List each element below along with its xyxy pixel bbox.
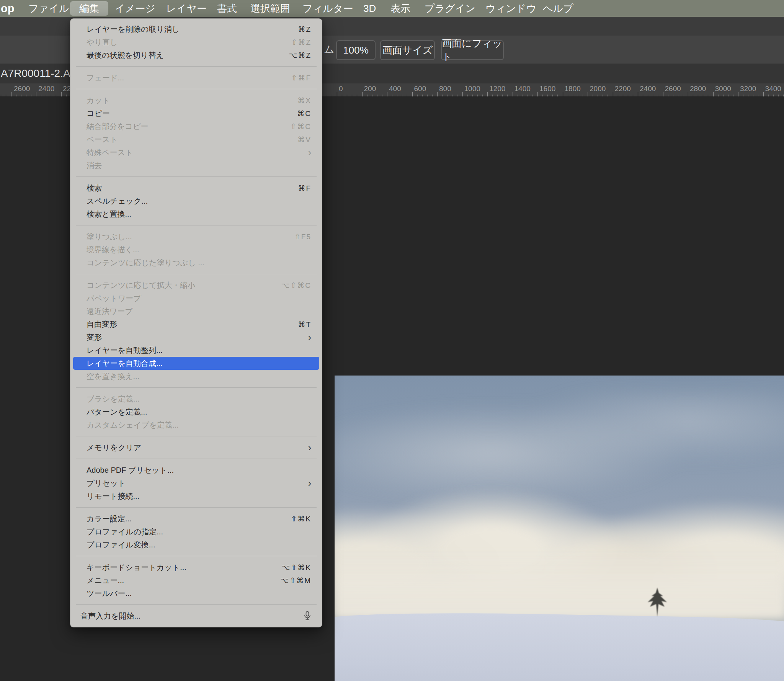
edit-menu-item-22: コンテンツに応じて拡大・縮小⌥⇧⌘C: [70, 279, 322, 292]
ruler-minor-tick: [26, 95, 26, 96]
ruler-minor-tick: [51, 95, 51, 96]
ruler-minor-tick: [593, 95, 593, 96]
edit-menu-item-41[interactable]: カラー設定...⇧⌘K: [70, 512, 322, 525]
ruler-minor-tick: [518, 95, 518, 96]
ruler-minor-tick: [678, 95, 678, 96]
ruler-minor-tick: [1, 95, 1, 96]
menu-item-label: レイヤーを自動合成...: [87, 358, 311, 369]
ruler-minor-tick: [668, 95, 668, 96]
menu-item-label: 検索: [87, 183, 298, 193]
menubar-item-12[interactable]: ヘルプ: [543, 0, 573, 17]
edit-menu-item-8[interactable]: コピー⌘C: [70, 107, 322, 120]
ruler-minor-tick: [31, 95, 31, 96]
menu-item-label: やり直し: [87, 37, 291, 47]
ruler-minor-tick: [407, 95, 407, 96]
menubar-item-11[interactable]: ウィンドウ: [485, 0, 536, 17]
menubar-item-3[interactable]: イメージ: [115, 0, 155, 17]
edit-menu-item-37[interactable]: Adobe PDF プリセット...: [70, 464, 322, 477]
edit-menu-item-14[interactable]: 検索⌘F: [70, 181, 322, 194]
edit-menu-item-26[interactable]: 変形›: [70, 331, 322, 344]
ruler-minor-tick: [768, 95, 769, 96]
edit-menu-item-43[interactable]: プロファイル変換...: [70, 538, 322, 551]
edit-menu-item-32[interactable]: パターンを定義...: [70, 405, 322, 418]
menubar-item-5[interactable]: 書式: [217, 0, 237, 17]
ruler-minor-tick: [523, 95, 523, 96]
menu-item-label: ペースト: [87, 134, 297, 145]
screen-size-button[interactable]: 画面サイズ: [380, 40, 435, 60]
menu-item-label: コピー: [87, 108, 297, 119]
menubar-item-9[interactable]: 表示: [390, 0, 410, 17]
ruler-minor-tick: [783, 95, 784, 96]
ruler-minor-tick: [392, 95, 392, 96]
menu-item-label: 消去: [87, 160, 311, 171]
menubar-item-6[interactable]: 選択範囲: [250, 0, 290, 17]
ruler-minor-tick: [432, 95, 433, 96]
document-tab[interactable]: A7R00011-2.AR: [1, 64, 78, 83]
menu-item-label: コンテンツに応じた塗りつぶし ...: [87, 258, 311, 268]
ruler-label: 2400: [38, 85, 54, 93]
menu-item-label: Adobe PDF プリセット...: [87, 465, 311, 475]
ruler-minor-tick: [578, 95, 578, 96]
edit-menu-item-42[interactable]: プロファイルの指定...: [70, 525, 322, 538]
app-name-partial: op: [1, 0, 14, 17]
ruler-minor-tick: [598, 95, 598, 96]
edit-menu-item-3[interactable]: 最後の状態を切り替え⌥⌘Z: [70, 49, 322, 62]
ruler-label: 800: [439, 85, 451, 93]
menubar-item-2-active[interactable]: 編集: [70, 1, 108, 16]
edit-menu-item-25[interactable]: 自由変形⌘T: [70, 318, 322, 331]
menu-item-label: 遠近法ワープ: [87, 306, 311, 317]
menu-separator: [76, 436, 317, 436]
edit-menu-item-16[interactable]: 検索と置換...: [70, 207, 322, 220]
menu-item-shortcut: ⌘V: [297, 135, 311, 144]
edit-menu-item-1[interactable]: レイヤーを削除の取り消し⌘Z: [70, 23, 322, 36]
ruler-minor-tick: [447, 95, 448, 96]
photo-snow-hill: [335, 610, 784, 681]
edit-menu-item-38[interactable]: プリセット›: [70, 477, 322, 490]
microphone-icon: [304, 611, 311, 621]
edit-menu-item-47[interactable]: ツールバー...: [70, 587, 322, 600]
ruler-minor-tick: [698, 95, 698, 96]
ruler-major-tick: [563, 92, 563, 96]
photo-snow-scene: [335, 376, 784, 681]
ruler-minor-tick: [658, 95, 658, 96]
menubar-item-4[interactable]: レイヤー: [166, 0, 207, 17]
menu-separator: [76, 176, 317, 177]
edit-menu-item-9: 結合部分をコピー⇧⌘C: [70, 120, 322, 133]
ruler-major-tick: [688, 92, 688, 96]
menubar-item-1[interactable]: ファイル: [28, 0, 69, 17]
ruler-minor-tick: [467, 95, 468, 96]
edit-menu-item-33: カスタムシェイプを定義...: [70, 418, 322, 431]
menu-separator: [76, 225, 317, 225]
zoom-percent-button[interactable]: 100%: [336, 40, 376, 60]
ruler-minor-tick: [367, 95, 368, 96]
ruler-minor-tick: [422, 95, 423, 96]
edit-menu-item-45[interactable]: キーボードショートカット...⌥⇧⌘K: [70, 561, 322, 574]
ruler-minor-tick: [743, 95, 743, 96]
edit-menu-item-27[interactable]: レイヤーを自動整列...: [70, 344, 322, 357]
menu-item-label: リモート接続...: [87, 491, 311, 501]
edit-menu-item-49[interactable]: 音声入力を開始...: [70, 609, 322, 622]
edit-menu-item-28-selected[interactable]: レイヤーを自動合成...: [73, 357, 319, 370]
menu-item-shortcut: ⇧⌘C: [290, 122, 311, 131]
edit-menu-item-46[interactable]: メニュー...⌥⇧⌘M: [70, 574, 322, 587]
menubar-item-8[interactable]: 3D: [363, 0, 376, 17]
zoom-label-partial: ム: [324, 36, 335, 64]
menu-item-shortcut: ⌘T: [298, 320, 311, 329]
menu-item-shortcut: ⇧⌘F: [291, 73, 311, 82]
edit-menu-item-18: 塗りつぶし...⇧F5: [70, 230, 322, 243]
menu-item-shortcut: ⌘F: [298, 184, 311, 193]
ruler-label: 600: [414, 85, 426, 93]
menubar-item-10[interactable]: プラグイン: [425, 0, 475, 17]
edit-menu-item-11: 特殊ペースト›: [70, 146, 322, 159]
edit-menu-item-39[interactable]: リモート接続...: [70, 490, 322, 503]
edit-menu-item-35[interactable]: メモリをクリア›: [70, 441, 322, 454]
menu-separator: [76, 459, 317, 459]
menu-item-label: スペルチェック...: [87, 196, 311, 206]
ruler-minor-tick: [583, 95, 583, 96]
ruler-major-tick: [437, 92, 438, 96]
ruler-minor-tick: [332, 95, 332, 96]
fit-screen-button[interactable]: 画面にフィット: [441, 40, 504, 60]
menubar-item-7[interactable]: フィルター: [302, 0, 353, 17]
edit-menu-item-15[interactable]: スペルチェック...: [70, 194, 322, 207]
ruler-minor-tick: [372, 95, 372, 96]
